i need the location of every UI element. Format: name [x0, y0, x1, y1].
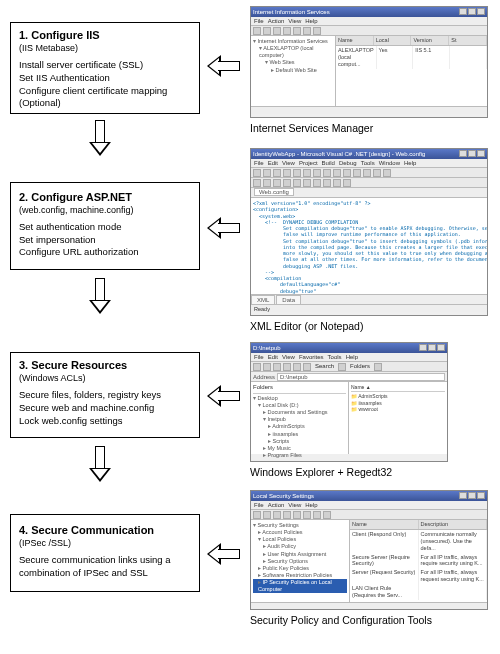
step-3-box: 3. Secure Resources (Windows ACLs) Secur…: [10, 352, 200, 438]
caption-vs: XML Editor (or Notepad): [250, 320, 363, 332]
step-2-box: 2. Configure ASP.NET (web.config, machin…: [10, 182, 200, 270]
arrow-step1-to-step2: [90, 120, 110, 156]
caption-secpol: Security Policy and Configuration Tools: [250, 614, 432, 626]
step-4-title: 4. Secure Communication: [19, 524, 191, 536]
window-buttons[interactable]: [458, 492, 485, 500]
screenshot-security-policy: Local Security Settings FileActionViewHe…: [250, 490, 488, 610]
arrow-step2-to-step3: [90, 278, 110, 314]
window-title: IdentityWebApp - Microsoft Visual C# .NE…: [253, 151, 425, 157]
caption-explorer: Windows Explorer + Regedt32: [250, 466, 392, 478]
bottom-tabs[interactable]: XMLData: [251, 294, 487, 304]
window-title: D:\Inetpub: [253, 345, 281, 351]
grid-header: NameLocalVersionSt: [336, 36, 487, 46]
toolbar[interactable]: SearchFolders: [251, 362, 447, 372]
tree-pane[interactable]: Internet Information Services ALEXLAPTOP…: [251, 36, 336, 106]
window-title: Internet Information Services: [253, 9, 330, 15]
step-1-box: 1. Configure IIS (IIS Metabase) Install …: [10, 22, 200, 114]
arrow-to-step4: [208, 544, 242, 564]
toolbar[interactable]: [251, 510, 487, 520]
step-1-title: 1. Configure IIS: [19, 29, 191, 41]
folder-tree[interactable]: Folders Desktop Local Disk (D:) Document…: [251, 382, 349, 454]
diagram-canvas: 1. Configure IIS (IIS Metabase) Install …: [6, 6, 494, 648]
window-titlebar: Internet Information Services: [251, 7, 487, 17]
arrow-to-step3: [208, 386, 242, 406]
step-2-title: 2. Configure ASP.NET: [19, 191, 191, 203]
code-editor[interactable]: <?xml version="1.0" encoding="utf-8" ?> …: [251, 198, 487, 294]
address-bar[interactable]: D:\Inetpub: [277, 373, 445, 381]
step-1-body: Install server certificate (SSL) Set IIS…: [19, 59, 191, 110]
policy-tree[interactable]: Security Settings Account Policies Local…: [251, 520, 350, 602]
arrow-to-step2: [208, 218, 242, 238]
screenshot-vs-xml: IdentityWebApp - Microsoft Visual C# .NE…: [250, 148, 488, 316]
step-1-subtitle: (IIS Metabase): [19, 43, 191, 53]
menu-bar[interactable]: FileEditViewFavoritesToolsHelp: [251, 353, 447, 362]
step-4-subtitle: (IPSec /SSL): [19, 538, 191, 548]
toolbar[interactable]: [251, 168, 487, 178]
step-2-body: Set authentication mode Set impersonatio…: [19, 221, 191, 259]
toolbar[interactable]: [251, 26, 487, 36]
step-4-box: 4. Secure Communication (IPSec /SSL) Sec…: [10, 514, 200, 592]
grid-row[interactable]: ALEXLAPTOP (local comput...YesIIS 5.1: [336, 46, 487, 69]
arrow-to-step1: [208, 56, 242, 76]
step-4-body: Secure communication links using a combi…: [19, 554, 191, 580]
window-buttons[interactable]: [458, 8, 485, 16]
document-tab[interactable]: Web.config: [254, 188, 294, 196]
screenshot-explorer: D:\Inetpub FileEditViewFavoritesToolsHel…: [250, 342, 448, 462]
file-list[interactable]: Name ▲ 📁 AdminScripts 📁 iissamples 📁 www…: [349, 382, 447, 454]
address-label: Address: [253, 374, 275, 380]
toolbar-2[interactable]: [251, 178, 487, 188]
menu-bar[interactable]: FileActionViewHelp: [251, 17, 487, 26]
caption-iis: Internet Services Manager: [250, 122, 373, 134]
menu-bar[interactable]: FileEditViewProjectBuildDebugToolsWindow…: [251, 159, 487, 168]
policy-list[interactable]: NameDescription Client (Respond Only)Com…: [350, 520, 487, 602]
step-3-body: Secure files, folders, registry keys Sec…: [19, 389, 191, 427]
window-buttons[interactable]: [458, 150, 485, 158]
arrow-step3-to-step4: [90, 446, 110, 482]
screenshot-iis-manager: Internet Information Services FileAction…: [250, 6, 488, 118]
step-2-subtitle: (web.config, machine.config): [19, 205, 191, 215]
step-3-title: 3. Secure Resources: [19, 359, 191, 371]
window-title: Local Security Settings: [253, 493, 314, 499]
window-buttons[interactable]: [418, 344, 445, 352]
step-3-subtitle: (Windows ACLs): [19, 373, 191, 383]
menu-bar[interactable]: FileActionViewHelp: [251, 501, 487, 510]
status-bar: Ready: [251, 304, 487, 312]
